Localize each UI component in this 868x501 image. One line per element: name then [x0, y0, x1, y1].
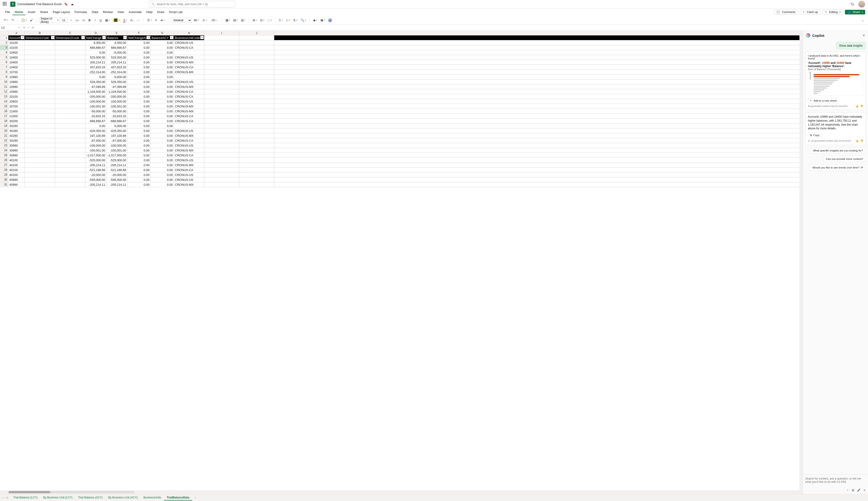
cell-E7[interactable]: 437,833.33: [106, 65, 127, 70]
cell-J14[interactable]: [239, 99, 274, 104]
cell-H5[interactable]: CRONUS-US: [174, 55, 204, 60]
cell-B12[interactable]: [25, 89, 55, 94]
cell-E22[interactable]: -87,000.00: [106, 138, 127, 143]
cell-I3[interactable]: [204, 45, 239, 50]
cell-E23[interactable]: -100,000.00: [106, 143, 127, 148]
borders-button[interactable]: ▦: [104, 18, 111, 23]
cell-F17[interactable]: 0.00: [127, 114, 151, 118]
cell-D9[interactable]: 0.00: [85, 75, 106, 79]
cell-J28[interactable]: [239, 168, 274, 172]
cell-C19[interactable]: [55, 124, 85, 128]
cell-B3[interactable]: [25, 45, 55, 50]
cell-I13[interactable]: [204, 94, 239, 99]
row-header[interactable]: 27: [0, 163, 8, 167]
row-header[interactable]: 4: [0, 50, 8, 55]
font-size-caret[interactable]: ▾: [69, 18, 73, 23]
cell-H24[interactable]: CRONUS-MX: [174, 148, 204, 153]
insert-cells-button[interactable]: ⊞: [251, 18, 258, 23]
cell-D28[interactable]: -521,166.66: [85, 168, 106, 172]
suggestion-3[interactable]: Would you like to see trends over time?⟳: [810, 164, 866, 171]
currency-button[interactable]: $€: [192, 18, 200, 23]
column-header-F[interactable]: F: [127, 31, 151, 35]
row-header[interactable]: 29: [0, 172, 8, 177]
underline-button[interactable]: U: [98, 18, 103, 23]
cell-B24[interactable]: [25, 148, 55, 153]
horizontal-scrollbar[interactable]: [0, 490, 799, 494]
send-icon[interactable]: ➤: [863, 488, 866, 492]
cell-G28[interactable]: 0.00: [151, 168, 174, 172]
sheet-all-button[interactable]: ≡: [7, 496, 8, 499]
cell-D16[interactable]: -50,000.00: [85, 109, 106, 114]
cell-J7[interactable]: [239, 65, 274, 70]
cell-A15[interactable]: 20700: [8, 104, 25, 109]
copilot-ribbon-button[interactable]: [327, 18, 333, 23]
row-header[interactable]: 21: [0, 133, 8, 138]
cell-E17[interactable]: -20,833.33: [106, 114, 127, 118]
cell-H2[interactable]: CRONUS-US: [174, 40, 204, 45]
cell-C18[interactable]: [55, 119, 85, 123]
cell-E20[interactable]: -429,350.00: [106, 128, 127, 133]
cell-G13[interactable]: 0.00: [151, 94, 174, 99]
search-input[interactable]: 🔍 Search for tools, help, and more (Alt …: [149, 1, 235, 8]
cell-A30[interactable]: 40990: [8, 177, 25, 182]
row-header[interactable]: 26: [0, 158, 8, 162]
row-header[interactable]: 5: [0, 55, 8, 60]
cell-G18[interactable]: 0.00: [151, 119, 174, 123]
cell-E4[interactable]: -5,000.00: [106, 50, 127, 55]
cell-F23[interactable]: 0.00: [127, 143, 151, 148]
row-header[interactable]: 14: [0, 99, 8, 104]
column-header-A[interactable]: A: [8, 31, 25, 35]
column-header-J[interactable]: J: [239, 31, 274, 35]
font-color-button[interactable]: A: [122, 18, 128, 23]
cell-I15[interactable]: [204, 104, 239, 109]
cell-A17[interactable]: 21000: [8, 114, 25, 118]
cell-A28[interactable]: 40100: [8, 168, 25, 172]
cell-G25[interactable]: 0.00: [151, 153, 174, 158]
cell-J5[interactable]: [239, 55, 274, 60]
cell-H17[interactable]: CRONUS-CA: [174, 114, 204, 118]
cell-F14[interactable]: 0.00: [127, 99, 151, 104]
filter-icon[interactable]: ▾: [200, 36, 203, 39]
cell-H7[interactable]: CRONUS-CA: [174, 65, 204, 70]
cell-F19[interactable]: 0.00: [127, 124, 151, 128]
column-header-G[interactable]: G: [151, 31, 174, 35]
cell-I30[interactable]: [204, 177, 239, 182]
cell-A18[interactable]: 30200: [8, 119, 25, 123]
cell-J15[interactable]: [239, 104, 274, 109]
cell-A26[interactable]: 40100: [8, 158, 25, 162]
cell-C29[interactable]: [55, 172, 85, 177]
menu-file[interactable]: File: [3, 9, 12, 15]
cell-E26[interactable]: -525,000.00: [106, 158, 127, 162]
cell-A5[interactable]: 10400: [8, 55, 25, 60]
cell-A22[interactable]: 30290: [8, 138, 25, 143]
cell-B29[interactable]: [25, 172, 55, 177]
cell-G11[interactable]: 0.00: [151, 84, 174, 89]
cell-E27[interactable]: -205,214.11: [106, 163, 127, 167]
mic-icon[interactable]: 🎤: [857, 488, 860, 492]
menu-share[interactable]: Share: [38, 9, 51, 15]
format-cells-button[interactable]: ⬚: [266, 18, 273, 23]
cell-D15[interactable]: -100,001.00: [85, 104, 106, 109]
paste-button[interactable]: 📋: [20, 18, 28, 23]
cell-C21[interactable]: [55, 133, 85, 138]
cell-D3[interactable]: 666,666.67: [85, 45, 106, 50]
cell-A21[interactable]: 30290: [8, 133, 25, 138]
cell-J22[interactable]: [239, 138, 274, 143]
cell-B7[interactable]: [25, 65, 55, 70]
cell-D21[interactable]: 197,100.89: [85, 133, 106, 138]
cell-D14[interactable]: -100,000.00: [85, 99, 106, 104]
cell-E8[interactable]: -252,314.00: [106, 70, 127, 74]
find-button[interactable]: 🔍: [300, 18, 307, 23]
row-header[interactable]: 9: [0, 75, 8, 79]
cell-A14[interactable]: 20600: [8, 99, 25, 104]
cell-I11[interactable]: [204, 84, 239, 89]
cell-D24[interactable]: -150,001.00: [85, 148, 106, 153]
cell-E12[interactable]: 1,104,500.00: [106, 89, 127, 94]
cell-H29[interactable]: CRONUS-US: [174, 172, 204, 177]
cell-C26[interactable]: [55, 158, 85, 162]
cell-B27[interactable]: [25, 163, 55, 167]
cell-I18[interactable]: [204, 119, 239, 123]
menu-page-layout[interactable]: Page Layout: [50, 9, 72, 15]
table-header-cell[interactable]: BalanceACY▾: [151, 35, 174, 40]
cell-E14[interactable]: -100,000.00: [106, 99, 127, 104]
